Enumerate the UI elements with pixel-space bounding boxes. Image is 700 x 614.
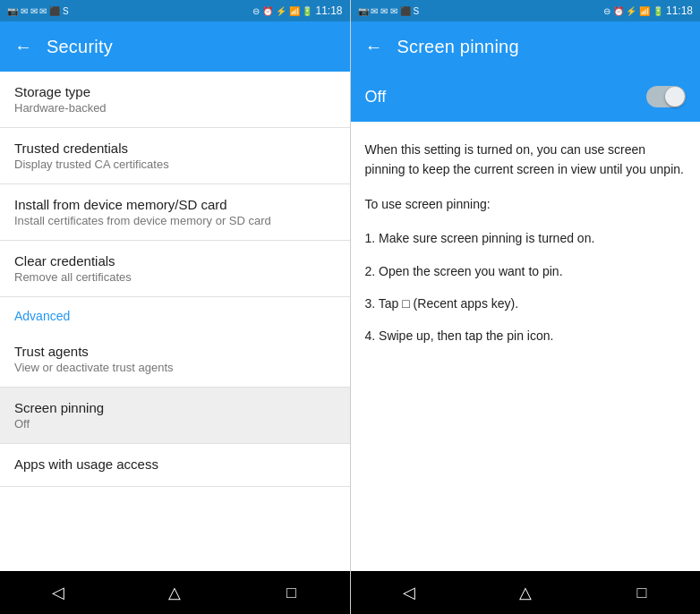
system-icons-right: ⊖ ⏰ ⚡ 📶 🔋 xyxy=(603,6,663,16)
nav-home-right[interactable]: △ xyxy=(508,575,543,610)
status-bar-right-right-icons: ⊖ ⏰ ⚡ 📶 🔋 11:18 xyxy=(603,4,693,17)
left-panel: 📷 ✉ ✉ ✉ ⬛ S ⊖ ⏰ ⚡ 📶 🔋 11:18 ← Security S… xyxy=(0,0,350,614)
instruction-intro: When this setting is turned on, you can … xyxy=(365,140,687,180)
instruction-header: To use screen pinning: xyxy=(365,194,687,214)
nav-recents-left[interactable]: □ xyxy=(273,575,309,610)
instruction-step-2: 2. Open the screen you want to pin. xyxy=(365,261,687,281)
off-label: Off xyxy=(365,88,387,107)
item-subtitle-clear: Remove all certificates xyxy=(14,270,336,284)
list-item-storage-type[interactable]: Storage type Hardware-backed xyxy=(0,72,350,128)
list-item-clear-credentials[interactable]: Clear credentials Remove all certificate… xyxy=(0,241,350,297)
status-bar-right-icons: ⊖ ⏰ ⚡ 📶 🔋 11:18 xyxy=(252,4,342,17)
item-subtitle-trusted: Display trusted CA certificates xyxy=(14,158,336,171)
item-title-trusted: Trusted credentials xyxy=(14,141,336,156)
list-item-trusted-credentials[interactable]: Trusted credentials Display trusted CA c… xyxy=(0,128,350,184)
advanced-label: Advanced xyxy=(14,309,70,323)
nav-recents-right[interactable]: □ xyxy=(624,575,660,610)
system-icons: ⊖ ⏰ ⚡ 📶 🔋 xyxy=(252,6,312,16)
status-bar-left: 📷 ✉ ✉ ✉ ⬛ S ⊖ ⏰ ⚡ 📶 🔋 11:18 xyxy=(0,0,350,21)
nav-home-left[interactable]: △ xyxy=(157,575,192,610)
nav-bar-right: ◁ △ □ xyxy=(351,571,701,614)
item-title-install: Install from device memory/SD card xyxy=(14,197,336,212)
notification-icons: 📷 ✉ ✉ ✉ ⬛ S xyxy=(7,6,69,16)
status-bar-right: 📷 ✉ ✉ ✉ ⬛ S ⊖ ⏰ ⚡ 📶 🔋 11:18 xyxy=(351,0,701,21)
item-subtitle-trust-agents: View or deactivate trust agents xyxy=(14,361,336,374)
status-bar-left-icons: 📷 ✉ ✉ ✉ ⬛ S xyxy=(7,6,69,16)
page-title-left: Security xyxy=(47,37,113,57)
off-toggle-row[interactable]: Off xyxy=(351,72,701,122)
nav-back-left[interactable]: ◁ xyxy=(40,575,76,610)
instructions-content: When this setting is turned on, you can … xyxy=(351,122,701,571)
app-bar-left: ← Security xyxy=(0,21,350,72)
advanced-section-header: Advanced xyxy=(0,297,350,331)
instruction-step-4: 4. Swipe up, then tap the pin icon. xyxy=(365,326,687,345)
item-title-screen-pinning: Screen pinning xyxy=(14,400,336,415)
nav-bar-left: ◁ △ □ xyxy=(0,571,350,614)
toggle-knob xyxy=(665,87,685,107)
list-item-trust-agents[interactable]: Trust agents View or deactivate trust ag… xyxy=(0,331,350,388)
item-title-apps-usage: Apps with usage access xyxy=(14,456,336,472)
item-subtitle-screen-pinning: Off xyxy=(14,417,336,431)
item-title-storage: Storage type xyxy=(14,84,336,99)
back-button-left[interactable]: ← xyxy=(14,37,32,57)
status-time-right: 11:18 xyxy=(666,4,693,17)
instructions-block: When this setting is turned on, you can … xyxy=(351,122,701,377)
status-bar-right-left-icons: 📷 ✉ ✉ ✉ ⬛ S xyxy=(358,6,420,16)
list-item-install-device[interactable]: Install from device memory/SD card Insta… xyxy=(0,184,350,241)
item-title-trust-agents: Trust agents xyxy=(14,344,336,359)
notification-icons-right: 📷 ✉ ✉ ✉ ⬛ S xyxy=(358,6,420,16)
status-time-left: 11:18 xyxy=(315,4,342,17)
item-subtitle-install: Install certificates from device memory … xyxy=(14,214,336,227)
right-panel: 📷 ✉ ✉ ✉ ⬛ S ⊖ ⏰ ⚡ 📶 🔋 11:18 ← Screen pin… xyxy=(351,0,701,614)
list-item-screen-pinning[interactable]: Screen pinning Off xyxy=(0,388,350,444)
back-button-right[interactable]: ← xyxy=(365,37,383,57)
nav-back-right[interactable]: ◁ xyxy=(391,575,427,610)
security-list: Storage type Hardware-backed Trusted cre… xyxy=(0,72,350,571)
item-title-clear: Clear credentials xyxy=(14,253,336,269)
instruction-step-1: 1. Make sure screen pinning is turned on… xyxy=(365,228,687,248)
app-bar-right: ← Screen pinning xyxy=(351,21,701,72)
item-subtitle-storage: Hardware-backed xyxy=(14,101,336,115)
screen-pinning-toggle[interactable] xyxy=(646,86,686,107)
page-title-right: Screen pinning xyxy=(397,37,519,57)
list-item-apps-usage[interactable]: Apps with usage access xyxy=(0,444,350,487)
instruction-step-3: 3. Tap □ (Recent apps key). xyxy=(365,294,687,313)
